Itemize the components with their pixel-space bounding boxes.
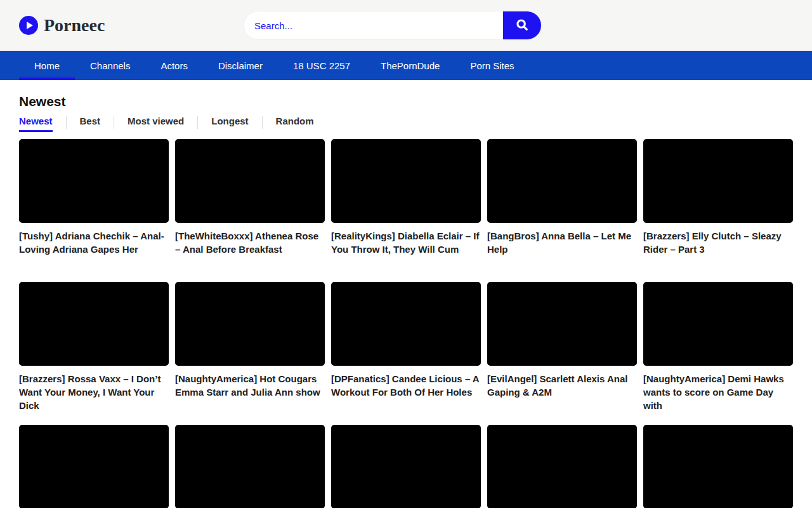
nav-item-channels[interactable]: Channels	[75, 51, 145, 80]
main-content: Newest Newest Best Most viewed Longest R…	[0, 80, 812, 508]
video-title[interactable]: [DPFanatics] Candee Licious – A Workout …	[331, 372, 481, 399]
nav-item-home[interactable]: Home	[19, 51, 75, 80]
site-header: Porneec	[0, 0, 812, 51]
video-card[interactable]	[19, 425, 169, 508]
video-card[interactable]	[331, 425, 481, 508]
video-title[interactable]: [Tushy] Adriana Chechik – Anal-Loving Ad…	[19, 229, 169, 256]
search-button[interactable]	[503, 11, 541, 39]
tab-divider	[66, 116, 67, 129]
video-title[interactable]: [NaughtyAmerica] Hot Cougars Emma Starr …	[175, 372, 325, 399]
page-title: Newest	[19, 94, 793, 109]
play-icon	[19, 16, 38, 35]
video-thumbnail[interactable]	[175, 139, 325, 223]
video-card[interactable]: [TheWhiteBoxxx] Athenea Rose – Anal Befo…	[175, 139, 325, 282]
video-thumbnail[interactable]	[331, 139, 481, 223]
search-input[interactable]	[244, 11, 503, 39]
tab-divider	[262, 116, 263, 129]
video-card[interactable]: [RealityKings] Diabella Eclair – If You …	[331, 139, 481, 282]
video-grid: [Tushy] Adriana Chechik – Anal-Loving Ad…	[19, 139, 793, 508]
video-title[interactable]: [BangBros] Anna Bella – Let Me Help	[487, 229, 637, 256]
tab-divider	[114, 116, 114, 129]
video-thumbnail[interactable]	[175, 425, 325, 508]
video-title[interactable]: [NaughtyAmerica] Demi Hawks wants to sco…	[643, 372, 793, 412]
video-title[interactable]: [RealityKings] Diabella Eclair – If You …	[331, 229, 481, 256]
nav-item-18-usc-2257[interactable]: 18 USC 2257	[278, 51, 365, 80]
video-thumbnail[interactable]	[643, 139, 793, 223]
tab-longest[interactable]: Longest	[211, 116, 248, 132]
video-thumbnail[interactable]	[331, 282, 481, 366]
video-thumbnail[interactable]	[643, 282, 793, 366]
tab-newest[interactable]: Newest	[19, 116, 53, 132]
video-card[interactable]	[175, 425, 325, 508]
video-title[interactable]: [EvilAngel] Scarlett Alexis Anal Gaping …	[487, 372, 637, 399]
nav-item-porn-sites[interactable]: Porn Sites	[455, 51, 529, 80]
sort-tabs: Newest Best Most viewed Longest Random	[19, 116, 793, 132]
video-card[interactable]: [Brazzers] Rossa Vaxx – I Don’t Want You…	[19, 282, 169, 425]
tab-most-viewed[interactable]: Most viewed	[128, 116, 184, 132]
video-card[interactable]: [DPFanatics] Candee Licious – A Workout …	[331, 282, 481, 425]
video-thumbnail[interactable]	[175, 282, 325, 366]
search-bar	[244, 11, 541, 39]
video-card[interactable]: [Tushy] Adriana Chechik – Anal-Loving Ad…	[19, 139, 169, 282]
video-thumbnail[interactable]	[331, 425, 481, 508]
tab-divider	[197, 116, 198, 129]
video-thumbnail[interactable]	[487, 425, 637, 508]
video-thumbnail[interactable]	[643, 425, 793, 508]
video-card[interactable]: [EvilAngel] Scarlett Alexis Anal Gaping …	[487, 282, 637, 425]
brand-name: Porneec	[44, 15, 105, 36]
video-thumbnail[interactable]	[487, 139, 637, 223]
video-card[interactable]: [BangBros] Anna Bella – Let Me Help	[487, 139, 637, 282]
video-title[interactable]: [TheWhiteBoxxx] Athenea Rose – Anal Befo…	[175, 229, 325, 256]
search-icon	[515, 18, 529, 34]
tab-random[interactable]: Random	[276, 116, 314, 132]
video-title[interactable]: [Brazzers] Elly Clutch – Sleazy Rider – …	[643, 229, 793, 256]
video-thumbnail[interactable]	[19, 139, 169, 223]
video-card[interactable]	[487, 425, 637, 508]
video-card[interactable]: [NaughtyAmerica] Demi Hawks wants to sco…	[643, 282, 793, 425]
tab-best[interactable]: Best	[80, 116, 101, 132]
nav-item-theporndude[interactable]: ThePornDude	[365, 51, 455, 80]
video-thumbnail[interactable]	[19, 425, 169, 508]
video-thumbnail[interactable]	[19, 282, 169, 366]
video-card[interactable]: [NaughtyAmerica] Hot Cougars Emma Starr …	[175, 282, 325, 425]
nav-item-actors[interactable]: Actors	[145, 51, 203, 80]
video-title[interactable]: [Brazzers] Rossa Vaxx – I Don’t Want You…	[19, 372, 169, 412]
site-logo[interactable]: Porneec	[19, 0, 105, 51]
main-nav: Home Channels Actors Disclaimer 18 USC 2…	[0, 51, 812, 80]
video-thumbnail[interactable]	[487, 282, 637, 366]
video-card[interactable]	[643, 425, 793, 508]
video-card[interactable]: [Brazzers] Elly Clutch – Sleazy Rider – …	[643, 139, 793, 282]
nav-item-disclaimer[interactable]: Disclaimer	[203, 51, 278, 80]
